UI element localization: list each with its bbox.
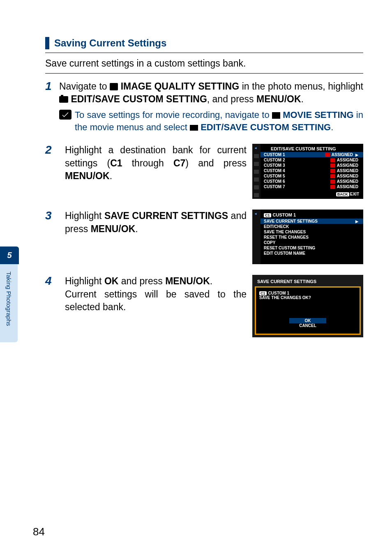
camera-icon	[59, 96, 68, 103]
menu-item-name: RESET THE CHANGES	[264, 235, 358, 240]
text: through	[122, 158, 173, 168]
camera-icon	[330, 180, 335, 184]
step-4-body: Highlight OK and press MENU/OK. Current …	[65, 275, 247, 337]
section-bar	[45, 37, 49, 49]
menu-item-tag: ASSIGNED	[337, 168, 358, 173]
menu-row: CUSTOM 1ASSIGNED▶	[252, 152, 363, 157]
menuok: MENU/OK	[165, 276, 210, 286]
menuok: MENU/OK	[91, 224, 136, 234]
text: , and press	[207, 94, 256, 104]
iq-label: IMAGE QUALITY SETTING	[118, 81, 239, 92]
screen-title-text: CUSTOM 1	[273, 212, 296, 217]
menu-item-name: SAVE THE CHANGES	[264, 230, 358, 234]
text: ) and press	[185, 158, 247, 168]
chapter-tab: 5 Taking Photographs	[0, 247, 19, 342]
step-2-body: Highlight a destination bank for current…	[65, 144, 247, 199]
menu-item-name: CUSTOM 4	[264, 168, 330, 173]
screen-title-text: EDIT/SAVE CUSTOM SETTING	[271, 146, 336, 151]
text: and press	[118, 276, 165, 286]
text: To save settings for movie recording, na…	[75, 110, 272, 120]
movie-icon	[272, 112, 280, 119]
step-number: 4	[45, 275, 59, 337]
svg-marker-0	[62, 112, 68, 117]
section-rule	[45, 53, 363, 53]
menu-item-name: EDIT CUSTOM NAME	[264, 251, 358, 256]
right-arrow-icon: ▶	[355, 219, 358, 224]
menu-row: RESET THE CHANGES	[252, 235, 363, 240]
camera-icon	[264, 146, 270, 151]
side-icon	[254, 162, 259, 166]
edit-save-label: EDIT/SAVE CUSTOM SETTING	[68, 94, 207, 104]
step-number: 3	[45, 210, 59, 264]
menu-row: CUSTOM 7ASSIGNED	[252, 184, 363, 189]
step-number: 1	[45, 80, 59, 133]
menu-row: SAVE THE CHANGES	[252, 229, 363, 235]
menu-item-tag: ASSIGNED	[337, 163, 358, 168]
text: Navigate to	[59, 81, 110, 92]
text: Highlight	[65, 276, 104, 286]
chapter-number: 5	[0, 247, 19, 264]
step-3-body: Highlight SAVE CURRENT SETTINGS and pres…	[65, 210, 247, 264]
c1-badge: C1	[264, 213, 271, 217]
note-body: To save settings for movie recording, na…	[75, 109, 363, 133]
text: in the photo menus, highlight	[239, 81, 363, 92]
menu-item-tag: ASSIGNED	[337, 184, 358, 189]
left-arrow-icon: ◄	[254, 146, 259, 150]
screen-title: C1CUSTOM 1	[252, 211, 363, 219]
camera-screen-1: ◄ EDIT/SAVE CUSTOM SETTING CUSTOM 1ASSIG…	[252, 144, 363, 199]
menu-row: CUSTOM 3ASSIGNED	[252, 163, 363, 168]
menuok: MENU/OK	[65, 171, 110, 181]
save-current-label: SAVE CURRENT SETTINGS	[104, 210, 228, 221]
text: .	[301, 94, 304, 104]
step-1: 1 Navigate to IMAGE QUALITY SETTING in t…	[45, 80, 363, 133]
camera-icon	[330, 169, 335, 173]
menu-row: RESET CUSTOM SETTING	[252, 245, 363, 251]
screenshot-save-dialog: SAVE CURRENT SETTINGS C1CUSTOM 1 SAVE TH…	[252, 275, 363, 337]
menu-item-tag: ASSIGNED	[337, 179, 358, 184]
menu-item-name: CUSTOM 5	[264, 174, 330, 178]
side-icon	[254, 170, 259, 174]
menu-row: EDIT CUSTOM NAME	[252, 251, 363, 256]
back-label: BACK	[336, 192, 349, 196]
text: .	[110, 171, 112, 181]
step-number: 2	[45, 144, 59, 199]
menu-item-name: EDIT/CHECK	[264, 224, 358, 229]
left-arrow-icon: ◄	[254, 212, 259, 216]
chapter-label: Taking Photographs	[0, 264, 18, 342]
camera-icon	[330, 158, 335, 162]
menu-row: EDIT/CHECK	[252, 224, 363, 229]
menu-side-icons: ◄	[252, 210, 261, 264]
menu-row: CUSTOM 4ASSIGNED	[252, 168, 363, 173]
menu-item-name: CUSTOM 6	[264, 179, 330, 184]
menu-row: CUSTOM 6ASSIGNED	[252, 179, 363, 184]
menu-side-icons: ◄	[252, 144, 261, 199]
camera-icon	[330, 174, 335, 178]
camera-screen-2: ◄ C1CUSTOM 1 SAVE CURRENT SETTINGS▶EDIT/…	[252, 210, 363, 264]
section-intro: Save current settings in a custom settin…	[45, 58, 363, 69]
dialog-title: SAVE CURRENT SETTINGS	[255, 277, 361, 286]
c1: C1	[110, 158, 122, 168]
menu-item-tag: ASSIGNED	[332, 152, 353, 157]
step-1-note: To save settings for movie recording, na…	[59, 109, 363, 133]
side-icon	[254, 177, 259, 182]
menu-item-name: SAVE CURRENT SETTINGS	[264, 219, 353, 224]
side-icon	[254, 193, 259, 197]
screen-title: EDIT/SAVE CUSTOM SETTING	[252, 145, 363, 152]
menu-item-tag: ASSIGNED	[337, 158, 358, 162]
menu-row: CUSTOM 5ASSIGNED	[252, 173, 363, 179]
section-heading: Saving Current Settings	[45, 37, 363, 49]
text: .	[331, 122, 333, 132]
camera-icon	[330, 164, 335, 168]
menu-row: SAVE CURRENT SETTINGS▶	[252, 219, 363, 224]
side-icon	[254, 154, 259, 158]
page-number: 84	[33, 525, 45, 538]
note-icon	[59, 110, 71, 120]
movie-edit-label: EDIT/SAVE CUSTOM SETTING	[198, 122, 331, 132]
screenshot-custom1-menu: ◄ C1CUSTOM 1 SAVE CURRENT SETTINGS▶EDIT/…	[252, 210, 363, 264]
camera-icon	[325, 153, 330, 157]
c7: C7	[173, 158, 185, 168]
movie-setting-label: MOVIE SETTING	[280, 110, 353, 120]
c1-badge: C1	[259, 291, 267, 295]
dialog-buttons: OK CANCEL	[259, 318, 356, 328]
menu-item-name: CUSTOM 2	[264, 158, 330, 162]
